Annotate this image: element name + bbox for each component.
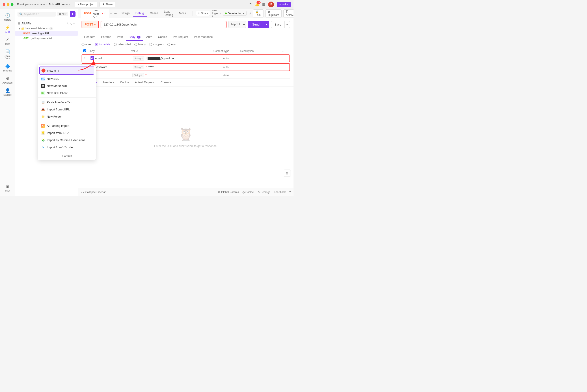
req-tab-params[interactable]: Params <box>98 34 114 41</box>
lock-button[interactable]: 🔒 Lock <box>253 10 264 18</box>
req-tab-path[interactable]: Path <box>114 34 126 41</box>
share-nav-button[interactable]: ⬆ Share <box>196 11 210 16</box>
body-option-none[interactable]: none <box>82 43 92 46</box>
tab-add-icon[interactable]: + <box>109 12 113 16</box>
tab-menu-icon[interactable]: ··· <box>113 12 118 16</box>
menu-item-import-curl[interactable]: 📥 Import from cURL <box>38 106 96 113</box>
sidebar-item-share-docs[interactable]: 📄 Share Docs <box>1 48 14 62</box>
sidebar-item-tests[interactable]: ✓ Tests <box>1 36 14 47</box>
api-item-post-login[interactable]: POST user login API <box>15 31 78 36</box>
req-tab-pre-request[interactable]: Pre-request <box>170 34 191 41</box>
menu-item-new-tcp[interactable]: TCP New TCP Client <box>38 90 96 96</box>
sidebar-item-history[interactable]: 🕐 History <box>1 11 14 23</box>
body-option-msgpack[interactable]: msgpack <box>149 43 164 46</box>
body-option-urlencoded[interactable]: urlencoded <box>114 43 131 46</box>
tab-design[interactable]: Design <box>118 10 132 16</box>
feedback-button[interactable]: Feedback <box>274 190 286 194</box>
row-email-value[interactable]: ██████@gmail.com <box>148 57 223 60</box>
env-select[interactable]: Developing ▾ <box>223 11 247 16</box>
cookie-button[interactable]: ◎ Cookie <box>242 190 254 194</box>
radio-none[interactable] <box>82 43 84 46</box>
req-tab-cookie[interactable]: Cookie <box>155 34 170 41</box>
add-api-button[interactable]: + <box>70 11 76 17</box>
tab-load-testing[interactable]: Load Testing <box>161 9 176 18</box>
email-type-selector[interactable]: String ▾ <box>133 56 144 60</box>
folder-collapse-icon[interactable]: ▾ <box>19 27 20 30</box>
share-title-button[interactable]: ⬆ Share <box>100 2 116 7</box>
all-apis-row[interactable]: ▤ All APIs ↻ ◇ ··· <box>15 21 78 26</box>
tab-close-icon[interactable]: × <box>104 12 106 15</box>
body-option-form-data[interactable]: form-data <box>95 43 110 46</box>
menu-item-new-sse[interactable]: SSE New SSE <box>38 75 96 82</box>
maximize-button[interactable] <box>11 3 14 6</box>
minimize-button[interactable] <box>7 3 10 6</box>
settings-button[interactable]: ⚙ Settings <box>258 190 270 194</box>
sidebar-item-manage[interactable]: 👤 Manage <box>1 86 14 98</box>
duplicate-button[interactable]: ⧉ Duplicate <box>266 10 282 18</box>
method-selector[interactable]: POST ▾ <box>82 20 99 28</box>
new-project-button[interactable]: + New project <box>75 2 97 7</box>
menu-item-new-markdown[interactable]: M New Markdown <box>38 82 96 90</box>
refresh-icon[interactable]: ↻ <box>67 22 70 25</box>
radio-form-data[interactable] <box>95 43 98 46</box>
global-params-button[interactable]: ⊞ Global Params <box>218 190 239 194</box>
radio-urlencoded[interactable] <box>114 43 117 46</box>
tab-mock[interactable]: Mock <box>176 10 189 16</box>
req-tab-post-response[interactable]: Post-response <box>191 34 216 41</box>
tab-debug[interactable]: Debug <box>133 10 146 16</box>
collapse-sidebar-button[interactable]: « « Collapse Sidebar <box>81 190 106 194</box>
create-link[interactable]: + Create <box>38 153 96 159</box>
req-tab-body[interactable]: Body 2 <box>126 34 143 41</box>
select-all-checkbox[interactable] <box>83 49 86 52</box>
save-button[interactable]: Save <box>271 21 284 28</box>
tab-cases[interactable]: Cases <box>147 10 161 16</box>
archive-button[interactable]: 🗄 Archive <box>284 10 294 18</box>
menu-item-import-chrome[interactable]: 🧩 Import by Chrome Extensions <box>38 136 96 144</box>
row-password-key[interactable]: password <box>95 66 133 69</box>
menu-item-paste-interface[interactable]: 📋 Paste Interface/Text <box>38 98 96 106</box>
refresh-icon[interactable]: ↻ <box>249 2 252 6</box>
resp-tab-headers[interactable]: Headers <box>100 79 117 86</box>
body-option-binary[interactable]: binary <box>134 43 146 46</box>
resp-tab-cookie[interactable]: Cookie <box>118 79 132 86</box>
layout-icon[interactable]: ▦ <box>262 2 266 6</box>
save-dropdown-button[interactable]: ▾ <box>284 21 290 28</box>
layout-toggle-button[interactable]: ⊞ <box>284 170 291 177</box>
avatar[interactable]: F <box>268 2 274 8</box>
branch-icon[interactable]: ⑂ <box>220 12 221 15</box>
menu-item-import-vscode[interactable]: ≻ Import from VScode <box>38 144 96 151</box>
menu-item-import-idea[interactable]: 💡 Import from IDEA <box>38 129 96 136</box>
api-item-get-list[interactable]: GET get keyboardsList <box>15 36 78 41</box>
close-button[interactable] <box>3 3 6 6</box>
radio-binary[interactable] <box>134 43 137 46</box>
search-box[interactable]: 🔍 Keyword/URL <box>18 12 56 16</box>
row-email-key[interactable]: email <box>95 57 133 60</box>
resp-tab-console[interactable]: Console <box>158 79 174 86</box>
folder-row[interactable]: ▾ 📁 keyboardList-demo 3 <box>15 26 78 31</box>
req-tab-headers[interactable]: Headers <box>82 34 98 41</box>
radio-msgpack[interactable] <box>149 43 152 46</box>
resp-tab-actual-request[interactable]: Actual Request <box>132 79 157 86</box>
menu-item-ai-parsing[interactable]: AI AI Parsing Import <box>38 122 96 129</box>
send-button[interactable]: Send <box>248 21 264 28</box>
req-tab-auth[interactable]: Auth <box>144 34 155 41</box>
help-icon[interactable]: ? <box>289 190 291 194</box>
url-input[interactable] <box>100 21 226 28</box>
sidebar-item-advanced[interactable]: ⚙ Advanced <box>1 74 14 86</box>
sidebar-item-apis[interactable]: ⚡ APIs <box>1 23 14 35</box>
notifications[interactable]: 🔔 19 <box>255 2 260 6</box>
layout-icon[interactable]: ⇄ <box>248 12 251 15</box>
password-type-selector[interactable]: String ▾ <box>133 65 144 69</box>
sidebar-item-trash[interactable]: 🗑 Trash <box>1 182 14 194</box>
project-chevron-icon[interactable]: ▾ <box>69 3 70 6</box>
menu-item-new-folder[interactable]: 📁 New Folder <box>38 113 96 120</box>
sidebar-item-schemas[interactable]: 🔷 Schemas <box>1 62 14 74</box>
empty-type-selector[interactable]: String ▾ <box>132 73 144 77</box>
radio-raw[interactable] <box>167 43 170 46</box>
more-icon[interactable]: ··· <box>73 22 76 25</box>
body-option-raw[interactable]: raw <box>167 43 176 46</box>
settings-icon[interactable]: ◇ <box>70 22 72 25</box>
row-password-value[interactable]: ****** <box>148 66 223 69</box>
protocol-select[interactable]: http/1.1 <box>228 21 246 28</box>
invite-button[interactable]: + Invite <box>277 2 291 7</box>
